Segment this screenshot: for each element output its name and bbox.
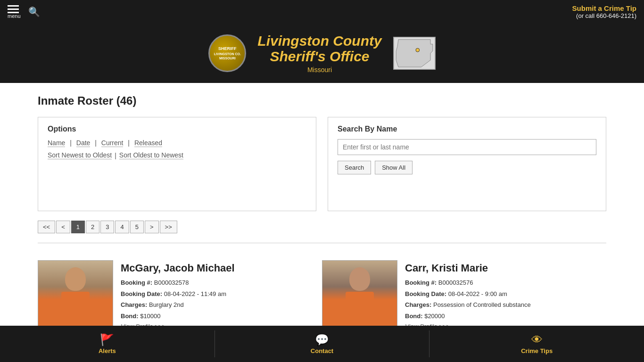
hamburger-icon xyxy=(8,5,21,13)
separator2: | xyxy=(95,139,99,147)
bottom-nav: 🚩 Alerts 💬 Contact 👁 Crime Tips xyxy=(0,326,644,362)
menu-button[interactable]: menu xyxy=(8,5,21,19)
option-released-link[interactable]: Released xyxy=(134,139,162,147)
main-content: Inmate Roster (46) Options Name | Date |… xyxy=(0,83,644,349)
page-4[interactable]: 4 xyxy=(115,221,129,233)
page-1[interactable]: 1 xyxy=(71,221,85,233)
sort-links: Sort Newest to Oldest | Sort Oldest to N… xyxy=(48,151,306,159)
separator3: | xyxy=(128,139,132,147)
page-3[interactable]: 3 xyxy=(100,221,114,233)
inmate-charges: Charges: Burglary 2nd xyxy=(121,300,322,310)
search-heading: Search By Name xyxy=(338,125,596,133)
search-input[interactable] xyxy=(338,139,596,155)
search-box: Search By Name Search Show All xyxy=(328,117,606,211)
bottom-nav-crime-tips[interactable]: 👁 Crime Tips xyxy=(429,330,644,357)
missouri-map xyxy=(393,37,436,70)
crime-tip-phone: (or call 660-646-2121) xyxy=(572,12,636,19)
site-title: Livingston County Sheriff's Office xyxy=(257,33,381,64)
sort-separator: | xyxy=(115,152,116,159)
silhouette-body xyxy=(61,292,90,315)
bottom-nav-alerts[interactable]: 🚩 Alerts xyxy=(0,330,215,357)
bottom-nav-contact[interactable]: 💬 Contact xyxy=(215,330,430,357)
search-icon[interactable]: 🔍 xyxy=(28,6,40,17)
inmate-booking-num-2: Booking #: B000032576 xyxy=(405,278,606,288)
show-all-button[interactable]: Show All xyxy=(375,161,413,174)
site-header: SHERIFF LIVINGSTON CO. MISSOURI Livingst… xyxy=(0,24,644,83)
badge-county: LIVINGSTON CO. xyxy=(214,52,241,56)
options-heading: Options xyxy=(48,125,306,133)
badge-state-badge: MISSOURI xyxy=(214,56,241,60)
svg-point-2 xyxy=(416,48,420,52)
badge-title: SHERIFF xyxy=(214,46,241,52)
menu-label: menu xyxy=(8,13,21,19)
page-2[interactable]: 2 xyxy=(86,221,99,233)
option-date-link[interactable]: Date xyxy=(76,139,91,147)
contact-icon: 💬 xyxy=(315,333,329,346)
inmate-photo-2 xyxy=(322,260,397,326)
alerts-icon: 🚩 xyxy=(100,333,114,346)
nav-left: menu 🔍 xyxy=(8,5,40,19)
inmate-booking-date: Booking Date: 08-04-2022 - 11:49 am xyxy=(121,289,322,299)
page-title: Inmate Roster (46) xyxy=(38,94,606,107)
option-current-link[interactable]: Current xyxy=(101,139,124,147)
page-prev[interactable]: < xyxy=(56,221,70,233)
inmate-grid: McGary, Jacob Michael Booking #: B000032… xyxy=(38,253,606,338)
search-button[interactable]: Search xyxy=(338,161,371,174)
separator1: | xyxy=(70,139,74,147)
inmate-bond: Bond: $10000 xyxy=(121,312,322,321)
inmate-name: McGary, Jacob Michael xyxy=(121,262,322,274)
map-svg xyxy=(394,37,435,69)
sort-newest-link[interactable]: Sort Newest to Oldest xyxy=(48,151,112,159)
divider xyxy=(38,243,606,243)
top-nav: menu 🔍 Submit a Crime Tip (or call 660-6… xyxy=(0,0,644,24)
crime-tips-icon: 👁 xyxy=(531,333,543,346)
page-first[interactable]: << xyxy=(38,221,55,233)
page-last[interactable]: >> xyxy=(160,221,177,233)
photo-placeholder-female xyxy=(322,261,397,326)
page-next[interactable]: > xyxy=(145,221,159,233)
state-label: Missouri xyxy=(257,66,381,74)
silhouette xyxy=(59,267,92,319)
photo-placeholder-male xyxy=(38,261,113,326)
inmate-photo xyxy=(38,260,113,326)
crime-tip-area: Submit a Crime Tip (or call 660-646-2121… xyxy=(572,4,636,19)
site-title-line2: Sheriff's Office xyxy=(270,49,369,64)
page-5[interactable]: 5 xyxy=(130,221,144,233)
inmate-info-2: Carr, Kristi Marie Booking #: B000032576… xyxy=(405,260,606,330)
site-title-line1: Livingston County xyxy=(257,33,381,49)
header-text: Livingston County Sheriff's Office Misso… xyxy=(257,33,381,74)
crime-tip-link[interactable]: Submit a Crime Tip xyxy=(572,4,636,12)
silhouette-body-2 xyxy=(346,292,374,315)
table-row: Carr, Kristi Marie Booking #: B000032576… xyxy=(322,253,606,338)
options-links: Name | Date | Current | Released xyxy=(48,139,306,147)
inmate-charges-2: Charges: Possession of Controlled substa… xyxy=(405,300,606,310)
options-box: Options Name | Date | Current | Released… xyxy=(38,117,316,211)
pagination: << < 1 2 3 4 5 > >> xyxy=(38,221,606,233)
alerts-label: Alerts xyxy=(99,347,116,354)
silhouette-head-2 xyxy=(349,267,370,291)
inmate-bond-2: Bond: $20000 xyxy=(405,312,606,321)
inmate-info: McGary, Jacob Michael Booking #: B000032… xyxy=(121,260,322,330)
sort-oldest-link[interactable]: Sort Oldest to Newest xyxy=(119,151,183,159)
option-name-link[interactable]: Name xyxy=(48,139,65,147)
options-search-row: Options Name | Date | Current | Released… xyxy=(38,117,606,211)
table-row: McGary, Jacob Michael Booking #: B000032… xyxy=(38,253,322,338)
silhouette-head xyxy=(65,267,86,291)
inmate-booking-num: Booking #: B000032578 xyxy=(121,278,322,288)
inmate-booking-date-2: Booking Date: 08-04-2022 - 9:00 am xyxy=(405,289,606,299)
sheriff-badge: SHERIFF LIVINGSTON CO. MISSOURI xyxy=(208,34,246,72)
search-buttons: Search Show All xyxy=(338,161,596,174)
contact-label: Contact xyxy=(311,347,333,354)
silhouette-2 xyxy=(343,267,376,319)
crime-tips-label: Crime Tips xyxy=(521,347,553,354)
inmate-name-2: Carr, Kristi Marie xyxy=(405,262,606,274)
